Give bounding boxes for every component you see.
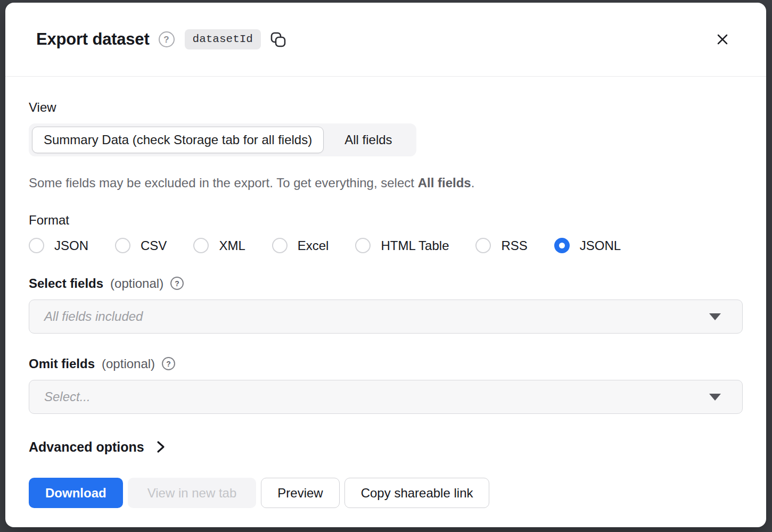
omit-fields-label: Omit fields [29, 356, 95, 371]
chevron-down-icon [709, 394, 721, 401]
omit-fields-dropdown[interactable]: Select... [29, 380, 743, 414]
help-icon[interactable] [162, 357, 175, 370]
action-button-row: Download View in new tab Preview Copy sh… [29, 478, 743, 508]
copy-dataset-id-button[interactable] [269, 30, 288, 49]
view-option-all-fields[interactable]: All fields [324, 127, 413, 153]
select-fields-optional: (optional) [110, 276, 163, 291]
helper-text-bold: All fields [418, 176, 471, 190]
omit-fields-label-row: Omit fields (optional) [29, 356, 743, 371]
omit-fields-placeholder: Select... [44, 389, 91, 404]
copy-shareable-link-button[interactable]: Copy shareable link [344, 478, 490, 508]
radio-selected-icon [554, 238, 570, 253]
radio-icon [115, 238, 130, 253]
select-fields-dropdown[interactable]: All fields included [29, 300, 743, 334]
advanced-options-toggle[interactable]: Advanced options [29, 438, 166, 455]
format-radio-csv[interactable]: CSV [115, 238, 167, 253]
download-button[interactable]: Download [29, 478, 123, 508]
radio-icon [355, 238, 371, 253]
preview-button[interactable]: Preview [261, 478, 339, 508]
view-section-label: View [29, 99, 743, 115]
radio-icon [29, 238, 44, 253]
format-radio-rss[interactable]: RSS [475, 238, 527, 253]
format-radio-group: JSON CSV XML Excel HTML Table RSS [29, 238, 743, 253]
dataset-id-chip: datasetId [185, 29, 261, 49]
chevron-right-icon [155, 439, 166, 454]
format-radio-json[interactable]: JSON [29, 238, 88, 253]
select-fields-placeholder: All fields included [44, 309, 143, 324]
close-button[interactable] [712, 29, 733, 50]
export-dataset-modal: Export dataset datasetId View Summary Da… [5, 3, 766, 527]
radio-icon [193, 238, 209, 253]
format-radio-html-table[interactable]: HTML Table [355, 238, 449, 253]
view-segmented-control: Summary Data (check Storage tab for all … [29, 123, 416, 156]
helper-text-prefix: Some fields may be excluded in the expor… [29, 176, 418, 190]
select-fields-label-row: Select fields (optional) [29, 276, 743, 291]
copy-icon [269, 31, 287, 48]
header-divider [5, 76, 766, 77]
format-section-label: Format [29, 212, 743, 228]
page-title: Export dataset [36, 30, 150, 49]
radio-icon [272, 238, 288, 253]
helper-text-suffix: . [471, 176, 475, 190]
help-icon[interactable] [159, 31, 175, 47]
radio-label: RSS [501, 239, 527, 252]
select-fields-label: Select fields [29, 276, 103, 291]
view-in-new-tab-button[interactable]: View in new tab [128, 478, 257, 508]
radio-label: HTML Table [381, 239, 449, 252]
radio-label: Excel [298, 239, 329, 252]
advanced-options-label: Advanced options [29, 438, 144, 455]
format-radio-excel[interactable]: Excel [272, 238, 329, 253]
help-icon[interactable] [170, 277, 184, 290]
omit-fields-optional: (optional) [102, 356, 155, 371]
radio-icon [475, 238, 491, 253]
radio-label: JSONL [580, 239, 621, 252]
format-radio-jsonl[interactable]: JSONL [554, 238, 621, 253]
chevron-down-icon [709, 313, 721, 320]
radio-label: CSV [141, 239, 167, 252]
modal-header: Export dataset datasetId [5, 3, 766, 76]
modal-body: View Summary Data (check Storage tab for… [5, 99, 766, 524]
radio-label: XML [219, 239, 245, 252]
view-option-summary-data[interactable]: Summary Data (check Storage tab for all … [32, 127, 324, 153]
format-radio-xml[interactable]: XML [193, 238, 245, 253]
close-icon [714, 31, 730, 47]
radio-label: JSON [54, 239, 88, 252]
export-helper-text: Some fields may be excluded in the expor… [29, 175, 743, 191]
